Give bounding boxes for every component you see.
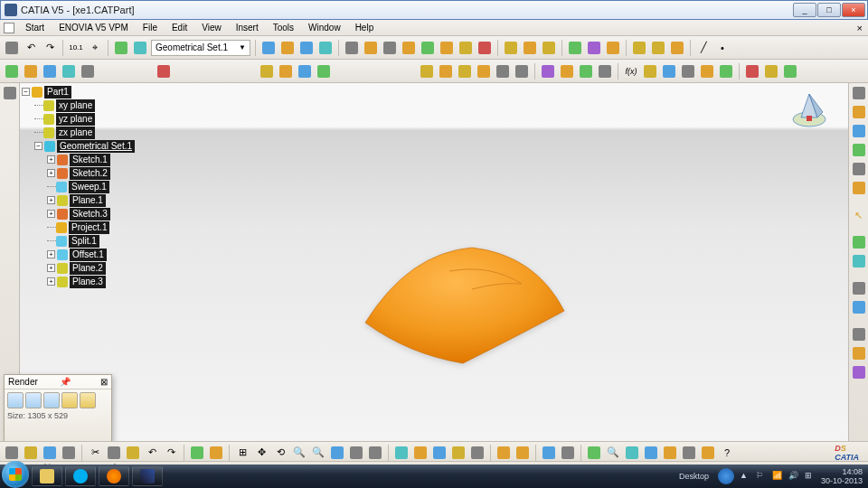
menu-help[interactable]: Help <box>348 21 382 34</box>
toolbtn[interactable] <box>559 63 575 80</box>
toolbtn[interactable] <box>208 445 224 461</box>
toolbtn[interactable] <box>476 40 493 56</box>
toolbtn[interactable] <box>439 40 455 56</box>
tree-item[interactable]: Sketch.2 <box>70 167 110 180</box>
tray-icon[interactable] <box>718 468 734 484</box>
render-palette[interactable]: Render📌⊠ Size: 1305 x 529 <box>4 374 112 443</box>
pan-button[interactable]: ✥ <box>253 445 269 461</box>
viewport-3d[interactable]: −Part1 xy plane yz plane zx plane −Geome… <box>20 83 848 446</box>
toolbtn[interactable] <box>278 63 294 80</box>
copy-button[interactable] <box>106 445 122 461</box>
toolbtn[interactable] <box>680 63 696 80</box>
menu-view[interactable]: View <box>194 21 229 34</box>
toolbtn[interactable] <box>605 40 621 56</box>
toolbtn[interactable] <box>61 63 77 80</box>
desktop-label[interactable]: Desktop <box>679 472 709 481</box>
new-button[interactable] <box>4 445 20 461</box>
toolbtn[interactable] <box>661 63 677 80</box>
start-button[interactable] <box>2 461 29 488</box>
toolbtn[interactable] <box>851 345 867 361</box>
save-button[interactable] <box>42 445 58 461</box>
toolbtn[interactable] <box>851 142 867 158</box>
menu-window[interactable]: Window <box>301 21 348 34</box>
toolbtn[interactable] <box>782 63 798 80</box>
render-close-icon[interactable]: ⊠ <box>100 377 108 387</box>
toolbtn[interactable] <box>503 40 519 56</box>
toolbtn[interactable] <box>567 40 583 56</box>
menu-edit[interactable]: Edit <box>165 21 194 34</box>
tray-network-icon[interactable]: 📶 <box>772 471 783 482</box>
tree-toggle[interactable]: + <box>47 264 55 272</box>
toolbtn[interactable] <box>718 63 734 80</box>
compass-3d[interactable] <box>788 89 830 130</box>
toolbtn[interactable] <box>412 445 429 461</box>
toolbtn[interactable] <box>2 85 18 101</box>
toolbtn[interactable] <box>495 63 511 80</box>
cut-button[interactable]: ✂ <box>87 445 103 461</box>
toolbtn[interactable] <box>597 63 613 80</box>
tree-item[interactable]: Sketch.1 <box>70 154 110 166</box>
tree-item[interactable]: Split.1 <box>69 235 99 248</box>
tree-toggle[interactable]: + <box>47 210 55 218</box>
toolbtn[interactable] <box>642 63 658 80</box>
menu-file[interactable]: File <box>136 21 165 34</box>
toolbtn[interactable]: ⌖ <box>87 40 103 56</box>
toolbtn[interactable] <box>541 40 557 56</box>
toolbtn[interactable] <box>744 63 760 80</box>
pointer-icon[interactable]: ↖ <box>851 207 867 223</box>
open-button[interactable] <box>23 445 39 461</box>
task-firefox[interactable] <box>99 466 129 486</box>
toolbtn[interactable] <box>344 40 360 56</box>
tree-item[interactable]: zx plane <box>56 127 95 139</box>
toolbtn[interactable]: • <box>714 40 731 56</box>
tree-toggle[interactable]: + <box>47 169 55 177</box>
toolbtn[interactable] <box>495 445 512 461</box>
zoom-in-button[interactable]: 🔍 <box>291 445 307 461</box>
normal-view-button[interactable] <box>329 445 345 461</box>
menu-start[interactable]: Start <box>18 21 52 34</box>
toolbtn[interactable]: ? <box>719 445 735 461</box>
toolbtn[interactable] <box>514 445 531 461</box>
redo-button[interactable]: ↷ <box>163 445 179 461</box>
toolbtn[interactable] <box>851 123 867 139</box>
toolbtn[interactable] <box>393 445 410 461</box>
toolbtn[interactable] <box>700 445 716 461</box>
toolbtn[interactable] <box>631 40 647 56</box>
toolbtn[interactable]: 🔍 <box>605 445 621 461</box>
surface-model[interactable] <box>354 246 571 372</box>
toolbtn[interactable] <box>586 40 602 56</box>
toolbtn[interactable] <box>80 63 96 80</box>
toolbtn[interactable] <box>420 40 436 56</box>
toolbtn[interactable] <box>763 63 779 80</box>
task-app[interactable] <box>132 466 163 486</box>
toolbtn[interactable] <box>42 63 58 80</box>
toolbtn[interactable] <box>113 40 129 56</box>
tree-item[interactable]: Plane.3 <box>70 276 106 288</box>
toolbtn[interactable] <box>458 40 474 56</box>
toolbtn[interactable] <box>662 445 678 461</box>
toolbtn[interactable] <box>851 85 867 101</box>
toolbtn[interactable] <box>586 445 602 461</box>
toolbtn[interactable] <box>259 63 275 80</box>
menu-enovia[interactable]: ENOVIA V5 VPM <box>52 21 136 34</box>
menu-insert[interactable]: Insert <box>229 21 266 34</box>
toolbtn[interactable]: 10.1 <box>68 40 84 56</box>
toolbtn[interactable] <box>541 445 557 461</box>
tree-toggle[interactable]: + <box>47 155 55 164</box>
toolbtn[interactable] <box>851 234 867 250</box>
toolbtn[interactable] <box>851 180 867 196</box>
toolbtn[interactable] <box>401 40 417 56</box>
toolbtn[interactable] <box>279 40 296 56</box>
tree-item[interactable]: Sketch.3 <box>70 208 110 221</box>
toolbtn[interactable] <box>189 445 205 461</box>
tree-toggle[interactable]: + <box>47 250 55 258</box>
toolbtn[interactable] <box>851 253 867 269</box>
render-pin-icon[interactable]: 📌 <box>60 377 71 387</box>
undo-button[interactable]: ↶ <box>144 445 160 461</box>
toolbtn[interactable] <box>316 63 332 80</box>
maximize-button[interactable]: □ <box>817 3 841 17</box>
toolbtn[interactable] <box>367 445 383 461</box>
toolbtn[interactable] <box>297 63 313 80</box>
toolbtn[interactable] <box>438 63 454 80</box>
toolbtn[interactable] <box>514 63 530 80</box>
